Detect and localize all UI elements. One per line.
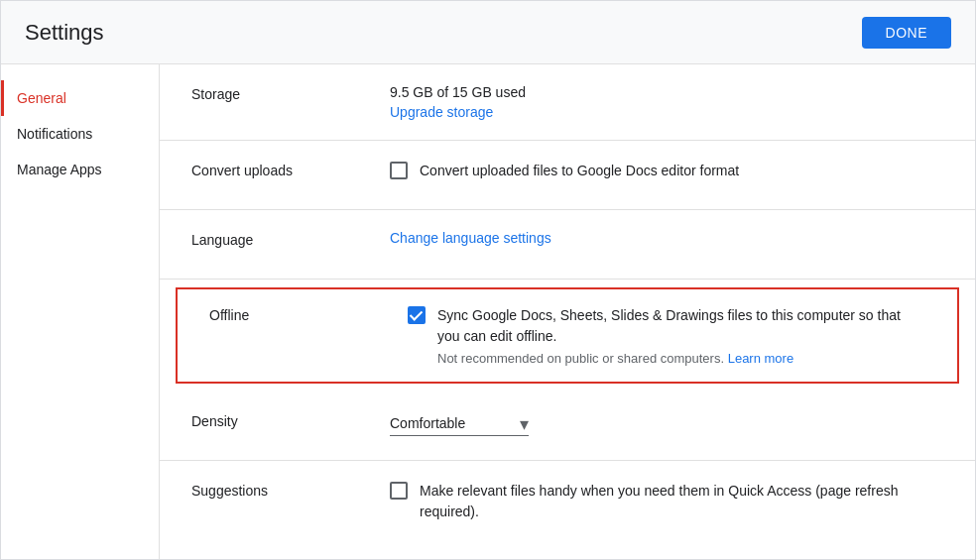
offline-text-block: Sync Google Docs, Sheets, Slides & Drawi… [437,305,925,366]
offline-row: Offline Sync Google Docs, Sheets, Slides… [176,287,959,384]
storage-row: Storage 9.5 GB of 15 GB used Upgrade sto… [160,64,975,141]
upgrade-storage-link[interactable]: Upgrade storage [390,104,943,120]
density-select-wrapper: Comfortable Cozy Compact ▾ [390,411,529,436]
done-button[interactable]: DONE [862,17,951,49]
suggestions-label: Suggestions [191,481,390,499]
density-row: Density Comfortable Cozy Compact ▾ [160,392,975,461]
suggestions-text: Make relevant files handy when you need … [420,481,943,522]
main-content: Storage 9.5 GB of 15 GB used Upgrade sto… [160,64,975,559]
density-select[interactable]: Comfortable Cozy Compact [390,411,529,436]
suggestions-content: Make relevant files handy when you need … [390,481,943,522]
sidebar: General Notifications Manage Apps [1,64,160,559]
offline-learn-more-link[interactable]: Learn more [728,351,793,366]
convert-uploads-text: Convert uploaded files to Google Docs ed… [420,161,739,181]
change-language-link[interactable]: Change language settings [390,230,943,246]
offline-subtext: Not recommended on public or shared comp… [437,351,925,366]
sidebar-item-label-general: General [17,90,66,106]
offline-main-text: Sync Google Docs, Sheets, Slides & Drawi… [437,307,901,344]
density-content: Comfortable Cozy Compact ▾ [390,411,943,436]
storage-used-text: 9.5 GB of 15 GB used [390,84,943,100]
convert-uploads-row: Convert uploads Convert uploaded files t… [160,141,975,210]
language-label: Language [191,230,390,248]
storage-label: Storage [191,84,390,102]
convert-uploads-label: Convert uploads [191,161,390,178]
settings-title: Settings [25,20,104,46]
convert-uploads-checkbox[interactable] [390,162,408,179]
offline-label: Offline [209,305,408,323]
storage-content: 9.5 GB of 15 GB used Upgrade storage [390,84,943,120]
sidebar-item-label-notifications: Notifications [17,126,92,142]
suggestions-row: Suggestions Make relevant files handy wh… [160,461,975,542]
settings-body: General Notifications Manage Apps Storag… [1,64,975,559]
density-label: Density [191,411,390,429]
suggestions-checkbox[interactable] [390,482,408,500]
settings-header: Settings DONE [1,1,975,64]
convert-uploads-content: Convert uploaded files to Google Docs ed… [390,161,943,181]
sidebar-item-notifications[interactable]: Notifications [1,116,159,152]
language-content: Change language settings [390,230,943,246]
sidebar-item-label-manage-apps: Manage Apps [17,162,102,177]
offline-row-wrapper: Offline Sync Google Docs, Sheets, Slides… [160,280,975,392]
offline-checkbox[interactable] [408,306,426,324]
sidebar-item-manage-apps[interactable]: Manage Apps [1,152,159,187]
settings-dialog: Settings DONE General Notifications Mana… [0,0,976,560]
offline-warning-text: Not recommended on public or shared comp… [437,351,724,366]
language-row: Language Change language settings [160,210,975,280]
sidebar-item-general[interactable]: General [1,80,159,116]
offline-content: Sync Google Docs, Sheets, Slides & Drawi… [408,305,925,366]
